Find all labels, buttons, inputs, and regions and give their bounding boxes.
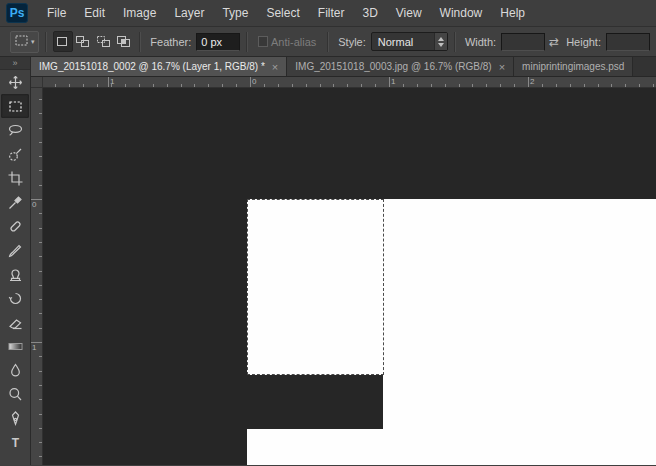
menu-view[interactable]: View	[387, 0, 431, 26]
close-tab-icon[interactable]: ×	[499, 62, 505, 72]
menu-3d[interactable]: 3D	[353, 0, 386, 26]
eyedropper-tool[interactable]	[1, 190, 29, 214]
ruler-label: 2	[530, 78, 534, 86]
quick-selection-tool[interactable]	[1, 142, 29, 166]
ruler-tick	[222, 84, 223, 87]
height-label: Height:	[566, 36, 601, 48]
ruler-tick	[55, 84, 56, 87]
ruler-tick	[639, 84, 640, 87]
pen-tool[interactable]	[1, 406, 29, 430]
svg-text:T: T	[11, 436, 19, 450]
menu-edit[interactable]: Edit	[75, 0, 114, 26]
ruler-tick	[39, 385, 42, 386]
document-white-area-bottom[interactable]	[247, 429, 656, 465]
pen-nib-icon	[7, 410, 24, 427]
options-separator	[327, 32, 329, 52]
ruler-tick	[39, 156, 42, 157]
document-tab-1[interactable]: IMG_20151018_0002 @ 16.7% (Layer 1, RGB/…	[31, 57, 287, 76]
menu-image[interactable]: Image	[114, 0, 165, 26]
document-tab-2[interactable]: IMG_20151018_0003.jpg @ 16.7% (RGB/8) ×	[287, 57, 514, 76]
ruler-tick	[584, 84, 585, 87]
photoshop-window: Ps File Edit Image Layer Type Select Fil…	[0, 0, 656, 466]
style-select[interactable]: Normal	[371, 32, 448, 51]
menu-filter[interactable]: Filter	[309, 0, 354, 26]
menu-file[interactable]: File	[38, 0, 75, 26]
lasso-tool[interactable]	[1, 118, 29, 142]
ruler-label: 0	[252, 78, 256, 86]
canvas-row: 01	[31, 88, 656, 465]
move-tool[interactable]	[1, 70, 29, 94]
blur-tool[interactable]	[1, 358, 29, 382]
intersect-selection-mode-button[interactable]	[113, 31, 133, 52]
history-brush-tool[interactable]	[1, 286, 29, 310]
type-tool[interactable]: T	[1, 430, 29, 454]
menu-layer[interactable]: Layer	[165, 0, 213, 26]
document-tab-3[interactable]: miniprintingimages.psd	[514, 57, 633, 76]
ruler-tick	[194, 84, 195, 87]
spinner-arrows-icon[interactable]	[434, 33, 447, 50]
ruler-label: 0	[32, 201, 36, 209]
tab-label: IMG_20151018_0002 @ 16.7% (Layer 1, RGB/…	[39, 61, 265, 72]
crop-tool[interactable]	[1, 166, 29, 190]
chevron-down-icon: ▾	[31, 38, 35, 46]
ruler-tick	[514, 84, 515, 87]
ruler-tick	[39, 185, 42, 186]
anti-alias-checkbox[interactable]	[258, 36, 268, 47]
menu-type[interactable]: Type	[213, 0, 257, 26]
ruler-tick	[39, 414, 42, 415]
vertical-ruler[interactable]: 01	[31, 88, 43, 465]
dodge-tool[interactable]	[1, 382, 29, 406]
history-brush-icon	[7, 290, 24, 307]
gradient-icon	[7, 338, 24, 355]
rectangular-marquee-tool[interactable]	[1, 94, 29, 118]
ruler-major-tick	[250, 77, 251, 87]
width-input[interactable]	[501, 33, 545, 51]
swap-width-height-icon[interactable]: ⇄	[549, 35, 559, 49]
menu-window[interactable]: Window	[431, 0, 492, 26]
brush-icon	[7, 242, 24, 259]
canvas[interactable]	[43, 88, 656, 465]
rectangular-marquee-icon	[7, 98, 24, 115]
ruler-tick	[153, 84, 154, 87]
ruler-tick	[39, 142, 42, 143]
tabbar-filler	[633, 57, 656, 76]
brush-tool[interactable]	[1, 238, 29, 262]
close-tab-icon[interactable]: ×	[272, 62, 278, 72]
quick-selection-icon	[7, 146, 24, 163]
ruler-tick	[83, 84, 84, 87]
document-tabs: IMG_20151018_0002 @ 16.7% (Layer 1, RGB/…	[31, 57, 656, 77]
height-input[interactable]	[606, 33, 650, 51]
ruler-tick	[97, 84, 98, 87]
clone-stamp-tool[interactable]	[1, 262, 29, 286]
ruler-tick	[320, 84, 321, 87]
ruler-major-tick	[108, 77, 109, 87]
eraser-tool[interactable]	[1, 310, 29, 334]
spot-healing-brush-tool[interactable]	[1, 214, 29, 238]
subtract-from-selection-mode-button[interactable]	[93, 31, 113, 52]
ruler-tick	[39, 313, 42, 314]
horizontal-ruler[interactable]: 1012	[43, 77, 656, 88]
feather-label: Feather:	[150, 36, 191, 48]
feather-input[interactable]	[196, 33, 240, 51]
ruler-tick	[39, 328, 42, 329]
ruler-tick	[208, 84, 209, 87]
style-label: Style:	[338, 36, 366, 48]
gradient-tool[interactable]	[1, 334, 29, 358]
new-selection-mode-button[interactable]	[53, 31, 73, 52]
document-white-area[interactable]	[383, 199, 656, 465]
ruler-tick	[445, 84, 446, 87]
move-icon	[7, 74, 24, 91]
selection-marquee[interactable]	[247, 199, 384, 375]
ruler-corner[interactable]	[31, 77, 43, 88]
menu-select[interactable]: Select	[257, 0, 308, 26]
tool-preset-button[interactable]: ▾	[10, 31, 39, 53]
crop-icon	[7, 170, 24, 187]
ruler-tick	[570, 84, 571, 87]
collapse-tools-button[interactable]: »	[0, 57, 30, 70]
tab-label: miniprintingimages.psd	[522, 61, 624, 72]
add-to-selection-mode-button[interactable]	[73, 31, 93, 52]
menubar: Ps File Edit Image Layer Type Select Fil…	[0, 0, 656, 27]
menu-help[interactable]: Help	[491, 0, 534, 26]
dodge-icon	[7, 386, 24, 403]
ruler-tick	[625, 84, 626, 87]
